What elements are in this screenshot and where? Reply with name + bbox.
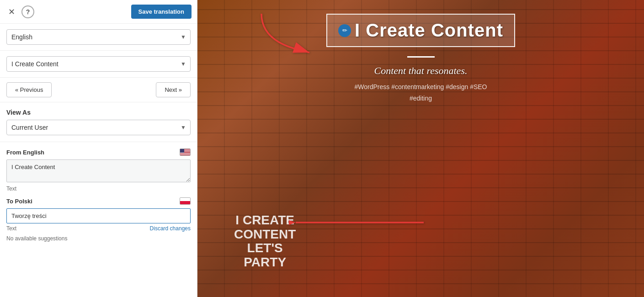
language-select[interactable]: English Polish Spanish French German — [6, 29, 191, 45]
source-textarea[interactable] — [6, 159, 191, 182]
from-label: From English — [6, 149, 44, 156]
discard-changes-link[interactable]: Discard changes — [150, 225, 191, 232]
target-input[interactable] — [6, 208, 191, 223]
save-translation-button[interactable]: Save translation — [131, 5, 192, 19]
close-button[interactable]: ✕ — [5, 7, 18, 17]
red-arrow-input — [289, 209, 426, 238]
hashtags-text: #WordPress #contentmarketing #design #SE… — [354, 81, 487, 104]
content-section: I Create Content Home About Contact ▼ — [0, 51, 197, 78]
language-section: English Polish Spanish French German ▼ — [0, 24, 197, 51]
brick-background: ✏ I Create Content Content that resonate… — [197, 0, 644, 297]
next-button[interactable]: Next » — [156, 82, 191, 97]
view-as-select[interactable]: Current User Admin Guest — [6, 120, 191, 135]
suggestions-text: No available suggestions — [6, 235, 191, 242]
target-footer: Text Discard changes — [6, 225, 191, 232]
shirt-text-line1: I CREATE — [234, 213, 296, 228]
view-as-section: View As Current User Admin Guest ▼ — [0, 102, 197, 142]
language-select-wrapper: English Polish Spanish French German ▼ — [6, 29, 191, 45]
help-button[interactable]: ? — [21, 5, 34, 18]
target-type-label: Text — [6, 225, 16, 232]
right-panel: ✏ I Create Content Content that resonate… — [197, 0, 644, 297]
tagline-text: Content that resonates. — [374, 65, 468, 77]
left-panel: ✕ ? Save translation English Polish Span… — [0, 0, 197, 297]
view-as-select-wrapper: Current User Admin Guest ▼ — [6, 120, 191, 135]
source-type-label: Text — [6, 186, 191, 192]
from-header: From English — [6, 148, 191, 156]
red-arrow-title — [252, 9, 316, 70]
nav-buttons: « Previous Next » — [0, 78, 197, 102]
page-title: I Create Content — [355, 20, 503, 41]
shirt-text-line2: CONTENT — [234, 228, 296, 242]
shirt-text-line3: LET'S — [234, 241, 296, 255]
shirt-text-line4: PARTY — [234, 255, 296, 270]
page-title-box: ✏ I Create Content — [326, 14, 515, 47]
view-as-label: View As — [6, 109, 191, 116]
title-divider — [407, 56, 435, 58]
content-select[interactable]: I Create Content Home About Contact — [6, 56, 191, 72]
us-flag-icon — [180, 148, 191, 156]
edit-pencil-icon[interactable]: ✏ — [338, 24, 351, 37]
top-bar-left: ✕ ? — [5, 5, 34, 18]
to-label: To Polski — [6, 198, 32, 205]
previous-button[interactable]: « Previous — [6, 82, 52, 97]
content-select-wrapper: I Create Content Home About Contact ▼ — [6, 56, 191, 72]
pl-flag-icon — [180, 197, 191, 205]
to-header: To Polski — [6, 197, 191, 205]
translation-section: From English Text To Polski Text Discard… — [0, 142, 197, 297]
top-bar: ✕ ? Save translation — [0, 0, 197, 24]
